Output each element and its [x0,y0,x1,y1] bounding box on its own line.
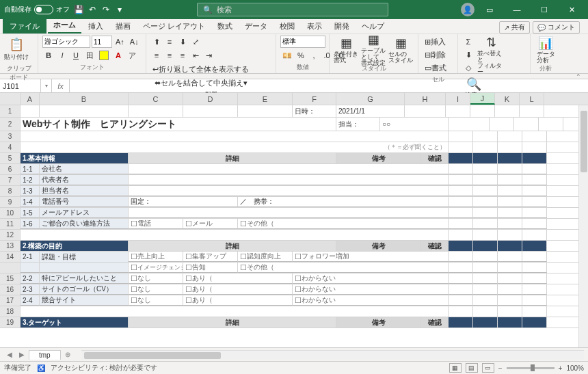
cell-detail2[interactable]: 詳細 [129,241,336,251]
col-E[interactable]: E [238,93,293,105]
cb-sales[interactable]: 売上向上 [129,252,183,262]
cell-2-3[interactable]: 2-3 [21,284,40,295]
row-7[interactable]: 7 [0,175,21,185]
zoom-in-icon[interactable]: + [559,364,563,372]
cell-biko1[interactable]: 備考 [336,153,421,163]
table-format-button[interactable]: ▦テーブルとして 書式設定 [361,36,386,63]
indent-inc-icon[interactable]: ⇥ [202,49,215,62]
cell-biko3[interactable]: 備考 [336,317,421,328]
align-right-icon[interactable]: ≡ [176,49,189,62]
row-4[interactable]: 4 [0,142,21,152]
fx-icon[interactable]: fx [52,79,70,92]
underline-button[interactable]: U [70,49,82,62]
cb-yes2[interactable]: あり（ [183,284,293,295]
row-18[interactable]: 18 [0,306,21,317]
col-B[interactable]: B [40,93,129,105]
delete-cells-button[interactable]: ⊟ 削除 [423,49,448,61]
fill-icon[interactable]: ⬇ [462,49,475,61]
clear-icon[interactable]: ◇ [462,62,475,74]
currency-icon[interactable]: 💴 [280,49,294,62]
comment-button[interactable]: 💬コメント [533,21,580,34]
cell-2-2[interactable]: 2-2 [21,273,40,284]
cell-1-6[interactable]: 1-6 [21,219,40,229]
row-14b[interactable] [0,263,21,273]
font-color-button[interactable]: A [112,49,124,62]
row-3[interactable]: 3 [0,131,21,142]
zoom-slider[interactable] [507,367,554,369]
cb-followers[interactable]: フォロワー増加 [293,252,449,262]
cell-phone-mobile[interactable]: ／ 携帯： [238,197,449,207]
cb-none1[interactable]: なし [129,273,183,284]
save-icon[interactable]: 💾 [74,5,83,14]
align-center-icon[interactable]: ≡ [163,49,176,62]
autosum-icon[interactable]: Σ [462,36,475,48]
paste-button[interactable]: 📋貼り付け [4,36,29,63]
cb-none2[interactable]: なし [129,284,183,295]
row-15[interactable]: 15 [0,273,21,284]
cb-announce[interactable]: 告知 [183,263,238,273]
comma-icon[interactable]: , [308,49,320,62]
cell-2-4[interactable]: 2-4 [21,295,40,306]
row-1[interactable]: 1 [0,105,21,117]
row-17[interactable]: 17 [0,295,21,306]
row-13[interactable]: 13 [0,241,21,251]
font-size-select[interactable] [92,36,112,48]
view-break-icon[interactable]: ▭ [482,363,494,373]
cell-1-1[interactable]: 1-1 [21,164,40,174]
sheet-nav-next-icon[interactable]: ▶ [16,351,27,358]
cb-other1[interactable]: その他（ [238,219,449,229]
view-layout-icon[interactable]: ▤ [466,363,478,373]
cell-date-label[interactable]: 日時： [293,105,336,117]
tab-dev[interactable]: 開発 [329,19,355,34]
cb-none3[interactable]: なし [129,295,183,306]
font-name-select[interactable] [42,36,90,48]
sheet-tab-tmp[interactable]: tmp [29,350,61,360]
zoom-level[interactable]: 100% [566,364,584,372]
cell-compete[interactable]: 競合サイト [40,295,129,306]
row-16[interactable]: 16 [0,284,21,295]
col-F[interactable]: F [293,93,336,105]
col-G[interactable]: G [336,93,405,105]
tab-layout[interactable]: ページ レイアウト [137,19,211,34]
cb-unknown3[interactable]: わからない [293,295,449,306]
row-2[interactable]: 2 [0,118,21,131]
row-8[interactable]: 8 [0,186,21,196]
formula-input[interactable] [70,79,588,92]
cell-date-val[interactable]: 2021/1/1 [336,105,405,117]
minimize-icon[interactable]: — [505,0,529,19]
cell-email[interactable]: メールアドレス [40,208,129,218]
cell-rep[interactable]: 代表者名 [40,175,129,185]
cell-1-5[interactable]: 1-5 [21,208,40,218]
align-left-icon[interactable]: ≡ [150,49,163,62]
sort-filter-button[interactable]: ⇅並べ替えと フィルター [477,41,505,68]
col-K[interactable]: K [495,93,520,105]
align-middle-icon[interactable]: ≡ [163,36,176,48]
accessibility-icon[interactable]: ♿ [37,364,45,372]
cb-customers[interactable]: 集客アップ [183,252,238,262]
cell-kaku1[interactable]: 確認 [421,153,449,163]
tab-help[interactable]: ヘルプ [356,19,390,34]
name-box-dropdown-icon[interactable]: ▾ [41,79,52,92]
cell-phone[interactable]: 電話番号 [40,197,129,207]
decrease-font-icon[interactable]: A↓ [128,36,141,48]
cell-1-3[interactable]: 1-3 [21,186,40,196]
cell-sec2[interactable]: 2.構築の目的 [21,241,129,251]
bold-button[interactable]: B [42,49,55,62]
share-button[interactable]: ↗共有 [499,21,530,34]
tab-insert[interactable]: 挿入 [83,19,109,34]
cell-kaku3[interactable]: 確認 [421,317,449,328]
cell-title[interactable]: Webサイト制作 ヒアリングシート [21,118,336,131]
col-D[interactable]: D [183,93,238,105]
row-11[interactable]: 11 [0,219,21,229]
orientation-icon[interactable]: ⤢ [189,36,202,48]
cell-method[interactable]: ご都合の良い連絡方法 [40,219,129,229]
zoom-out-icon[interactable]: − [498,364,503,372]
cell-1-2[interactable]: 1-2 [21,175,40,185]
row-10[interactable]: 10 [0,208,21,218]
tab-file[interactable]: ファイル [3,19,46,34]
row-12[interactable]: 12 [0,230,21,240]
italic-button[interactable]: I [56,49,68,62]
cell-phone-fixed[interactable]: 固定： [129,197,238,207]
maximize-icon[interactable]: ☐ [532,0,557,19]
vscroll-thumb[interactable] [580,111,587,172]
